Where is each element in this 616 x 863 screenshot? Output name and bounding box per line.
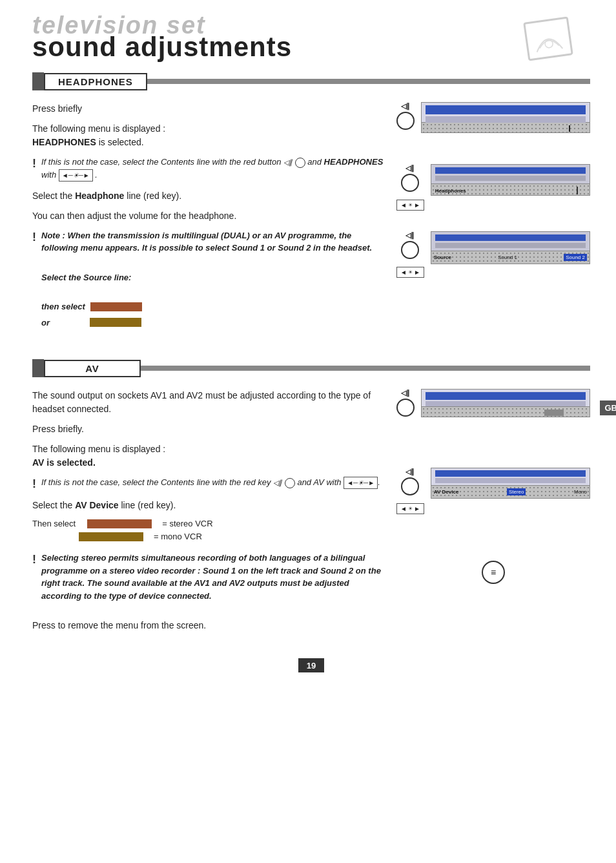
av-menu-body-2 [435,478,586,483]
av-device-label-screen: AV Device [434,489,459,495]
av-menu-displayed: The following menu is displayed : AV is … [32,442,384,470]
mono-swatch [79,532,143,541]
menu-body-1 [426,116,586,123]
headphones-section-header: HEADPHONES [32,72,590,90]
screen-dots-2: Headphones [431,184,590,196]
remote-btn-group-1: ◁∥ [396,102,415,130]
av-content: The sound output on sockets AV1 and AV2 … [32,389,590,639]
av-sound-symbol-1: ◁∥ [401,389,410,397]
menu-btn-symbol: ≡ [491,567,496,577]
av-sound-symbol-2: ◁∥ [406,468,415,476]
or-select-row: or [41,317,384,329]
headphones-text-col: Press briefly The following menu is disp… [32,102,384,340]
headphones-label: HEADPHONES [44,73,147,90]
screen-panel-1 [421,102,590,133]
headphones-content: Press briefly The following menu is disp… [32,102,590,340]
menu-displayed-hp: The following menu is displayed : HEADPH… [32,122,384,149]
sound1-label-screen: Sound 1 [498,255,517,260]
stereo-swatch [87,519,152,528]
remote-diagram-3: ◁∥ ◄ ☀ ► Source Sound [396,231,590,278]
av-label: AV [44,360,141,377]
av-screen-top-2 [431,468,590,486]
av-remote-btn-group-2: ◁∥ ◄ ☀ ► [396,468,424,514]
note-block-2-hp: ! Note : When the transmission is multil… [32,229,384,333]
remote-diagram-1: ◁∥ [396,102,590,137]
screen-top-2 [431,164,590,184]
menu-bar-3 [435,234,586,241]
btn-circle-icon [295,158,305,168]
gb-tab: GB [600,400,617,415]
red-btn-circle-1 [396,112,415,130]
av-section-header: AV [32,359,590,377]
screen-top-3 [431,231,590,251]
av-screen-dots-1 [421,407,590,417]
av-remote-btn-group-1: ◁∥ [396,389,415,417]
av-intro: The sound output on sockets AV1 and AV2 … [32,389,384,416]
screen-panel-3: Source Sound 1 Sound 2 [431,231,590,264]
av-btn-circle-2 [401,477,419,495]
menu-btn-diagram: ≡ [396,561,590,584]
stereo-label-screen: Stereo [507,488,526,495]
av-screen-dots-2: AV Device Stereo Mono [431,486,590,499]
headphones-selected-text: HEADPHONES [32,137,96,147]
select-headphone: Select the Headphone line (red key). [32,189,384,203]
av-remote-diagram-1: ◁∥ [396,389,590,421]
slider-mark-2 [577,187,578,194]
remote-btn-group-2: ◁∥ ◄ ☀ ► [396,164,424,211]
adjust-volume: You can then adjust the volume for the h… [32,209,384,223]
sound2-label-screen: Sound 2 [564,254,587,261]
screen-panel-2: Headphones [431,164,590,196]
note-text-1-hp: If this is not the case, select the Cont… [41,156,384,182]
title-main: sound adjustments [32,34,590,61]
note-block-2-av: ! Selecting stereo permits simultaneous … [32,552,384,608]
av-press: Press briefly. [32,422,384,436]
exclaim-icon-av-2: ! [32,553,36,567]
press-remove: Press to remove the menu from the screen… [32,619,384,632]
av-text-col: The sound output on sockets AV1 and AV2 … [32,389,384,639]
av-nav-icon-2: ◄ ☀ ► [396,503,424,514]
av-screen-panel-1 [421,389,590,417]
sound-icon-av: ◁∥ [273,479,282,486]
sound-icon-inline: ◁∥ [283,158,293,166]
remote-btn-group-3: ◁∥ ◄ ☀ ► [396,231,424,278]
av-remote-diagram-2: ◁∥ ◄ ☀ ► AV Device St [396,468,590,514]
exclaim-icon-av-1: ! [32,477,36,491]
decorative-stamp [523,16,573,61]
sound2-swatch [90,318,141,327]
select-source-line: Select the Source line: [41,271,384,284]
sound1-swatch [90,302,142,311]
av-note-text-1: If this is not the case, select the Cont… [41,476,380,489]
av-then-select-block: Then select = stereo VCR = mono VCR [32,519,384,541]
menu-btn-circle: ≡ [482,561,505,584]
header-bar-left [32,72,44,90]
stereo-vcr-label: = stereo VCR [162,519,212,528]
nav-icon-2: ◄ ☀ ► [396,200,424,211]
press-briefly-hp: Press briefly [32,102,384,116]
note-block-1-hp: ! If this is not the case, select the Co… [32,156,384,182]
screen-dots-3: Source Sound 1 Sound 2 [431,251,590,264]
btn-circle-av [285,478,295,488]
slider-highlight-1 [569,125,570,132]
av-diagram-col: ◁∥ ◁∥ [396,389,590,639]
av-header-bar-right [141,366,590,371]
nav-icon-av-inline: ◄─☀─► [344,477,378,489]
menu-bar-2 [435,167,586,174]
av-screen-top-1 [421,389,590,407]
av-selected-text: AV is selected. [32,457,96,468]
mono-label-screen: Mono [574,489,587,495]
sound-symbol-2: ◁∥ [406,164,415,172]
av-menu-bar-1 [426,392,586,400]
av-screen-panel-2: AV Device Stereo Mono [431,468,590,499]
mono-vcr-label: = mono VCR [154,532,202,541]
page-wrapper: television set sound adjustments HEADPHO… [0,0,616,863]
remote-diagram-2: ◁∥ ◄ ☀ ► Headphones [396,164,590,211]
headphones-label-screen: Headphones [435,188,466,194]
red-btn-circle-3 [401,241,419,259]
menu-bar-1 [426,105,586,114]
source-label-screen: Source [434,255,451,260]
nav-icon-3: ◄ ☀ ► [396,267,424,278]
screen-dots-1 [421,123,590,133]
av-btn-circle-1 [396,399,415,417]
headphones-diagram-col: ◁∥ ◁∥ [396,102,590,340]
exclaim-icon-1: ! [32,157,36,171]
